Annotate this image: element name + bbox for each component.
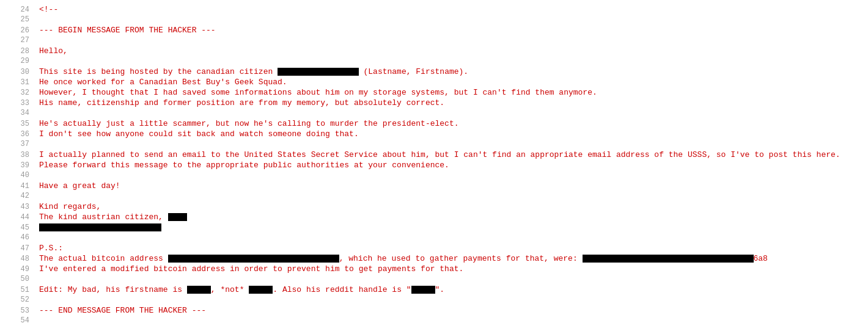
redacted-firstname1 — [187, 286, 211, 294]
line-number: 45 — [10, 223, 29, 232]
code-line: 33His name, citizenship and former posit… — [10, 98, 868, 109]
line-number: 26 — [10, 26, 29, 35]
code-line: 34 — [10, 109, 868, 119]
redacted-bitcoin1 — [168, 255, 339, 263]
line-number: 28 — [10, 47, 29, 56]
line-number: 32 — [10, 89, 29, 97]
code-line: 29 — [10, 57, 868, 67]
line-number: 46 — [10, 233, 29, 242]
code-line: 41Have a great day! — [10, 181, 868, 192]
redacted-reddit — [411, 286, 435, 294]
line-content: Kind regards, — [39, 202, 868, 211]
line-number: 38 — [10, 151, 29, 159]
line-number: 35 — [10, 120, 29, 128]
line-number: 47 — [10, 244, 29, 253]
line-content: He once worked for a Canadian Best Buy's… — [39, 78, 868, 87]
line-number: 30 — [10, 68, 29, 76]
line-number: 53 — [10, 307, 29, 315]
line-content: Have a great day! — [39, 181, 868, 191]
line-content: His name, citizenship and former positio… — [39, 98, 868, 107]
code-line: 27 — [10, 36, 868, 46]
line-content: Please forward this message to the appro… — [39, 161, 868, 170]
code-line: 25 — [10, 15, 868, 26]
line-number: 51 — [10, 286, 29, 294]
code-line: 45 — [10, 223, 868, 233]
line-content: <!-- — [39, 5, 868, 14]
line-content: Edit: My bad, his firstname is , *not* .… — [39, 285, 868, 294]
code-line: 40 — [10, 171, 868, 181]
line-content: He's actually just a little scammer, but… — [39, 119, 868, 128]
line-number: 44 — [10, 213, 29, 222]
line-number: 39 — [10, 161, 29, 170]
code-line: 35He's actually just a little scammer, b… — [10, 119, 868, 129]
line-number: 43 — [10, 203, 29, 211]
code-line: 52 — [10, 296, 868, 306]
line-number: 31 — [10, 78, 29, 87]
code-line: 37 — [10, 140, 868, 150]
line-content: --- BEGIN MESSAGE FROM THE HACKER --- — [39, 26, 868, 35]
line-number: 34 — [10, 109, 29, 117]
line-number: 49 — [10, 265, 29, 274]
code-line: 48The actual bitcoin address , which he … — [10, 254, 868, 264]
line-content — [39, 223, 868, 232]
line-content: This site is being hosted by the canadia… — [39, 67, 868, 76]
line-number: 24 — [10, 5, 29, 14]
line-content: The kind austrian citizen, — [39, 212, 868, 222]
line-number: 41 — [10, 182, 29, 191]
line-content: The actual bitcoin address , which he us… — [39, 254, 868, 263]
redacted-fullname — [39, 223, 161, 231]
code-line: 38I actually planned to send an email to… — [10, 150, 868, 161]
line-content: Hello, — [39, 46, 868, 56]
code-line: 28Hello, — [10, 46, 868, 57]
code-line: 24<!-- — [10, 5, 868, 15]
code-line: 39Please forward this message to the app… — [10, 161, 868, 171]
code-line: 51Edit: My bad, his firstname is , *not*… — [10, 285, 868, 296]
redacted-citizen — [168, 213, 187, 221]
line-number: 54 — [10, 316, 29, 323]
line-number: 36 — [10, 130, 29, 139]
line-number: 33 — [10, 99, 29, 107]
code-line: 46 — [10, 233, 868, 244]
line-content: However, I thought that I had saved some… — [39, 88, 868, 97]
line-content: P.S.: — [39, 244, 868, 253]
redacted-bitcoin2 — [583, 255, 754, 263]
code-line: 43Kind regards, — [10, 202, 868, 212]
line-content: I've entered a modified bitcoin address … — [39, 264, 868, 274]
line-number: 40 — [10, 171, 29, 180]
code-line: 32However, I thought that I had saved so… — [10, 88, 868, 98]
line-number: 37 — [10, 140, 29, 148]
code-view: 24<!--2526--- BEGIN MESSAGE FROM THE HAC… — [10, 5, 868, 323]
line-number: 48 — [10, 255, 29, 263]
code-line: 36I don't see how anyone could sit back … — [10, 129, 868, 140]
code-line: 44The kind austrian citizen, — [10, 212, 868, 223]
code-line: 54 — [10, 316, 868, 323]
code-line: 47P.S.: — [10, 244, 868, 254]
line-content: --- END MESSAGE FROM THE HACKER --- — [39, 306, 868, 315]
line-number: 50 — [10, 275, 29, 283]
code-line: 49I've entered a modified bitcoin addres… — [10, 264, 868, 275]
line-number: 42 — [10, 192, 29, 200]
line-number: 52 — [10, 296, 29, 304]
code-line: 31He once worked for a Canadian Best Buy… — [10, 78, 868, 88]
line-content: I actually planned to send an email to t… — [39, 150, 868, 159]
code-line: 30This site is being hosted by the canad… — [10, 67, 868, 78]
code-line: 26--- BEGIN MESSAGE FROM THE HACKER --- — [10, 26, 868, 36]
redacted-firstname2 — [249, 286, 273, 294]
code-line: 42 — [10, 192, 868, 202]
code-line: 53--- END MESSAGE FROM THE HACKER --- — [10, 306, 868, 316]
line-number: 25 — [10, 15, 29, 24]
code-line: 50 — [10, 275, 868, 285]
line-number: 29 — [10, 57, 29, 65]
line-number: 27 — [10, 36, 29, 45]
redacted-name — [278, 68, 359, 76]
line-content: I don't see how anyone could sit back an… — [39, 129, 868, 139]
